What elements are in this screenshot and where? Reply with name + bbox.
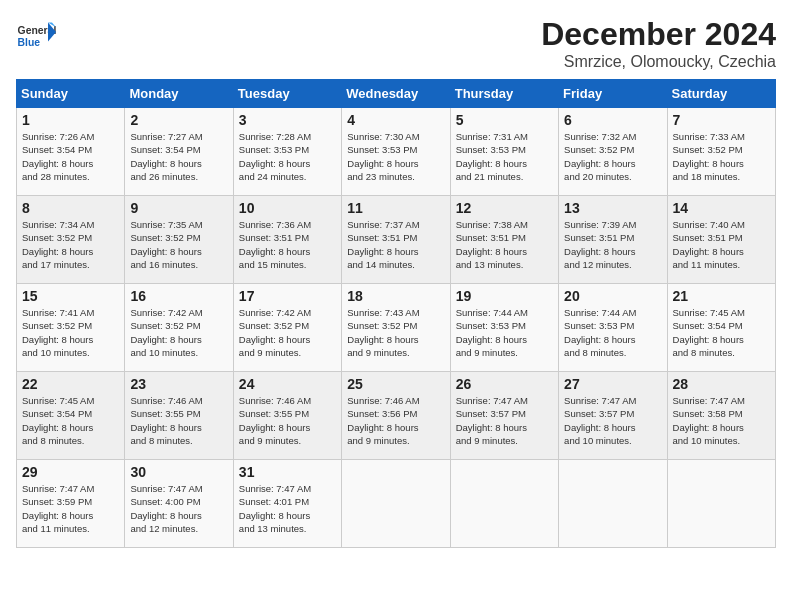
day-cell: 16Sunrise: 7:42 AM Sunset: 3:52 PM Dayli… — [125, 284, 233, 372]
day-number: 9 — [130, 200, 227, 216]
week-row-4: 22Sunrise: 7:45 AM Sunset: 3:54 PM Dayli… — [17, 372, 776, 460]
day-cell: 15Sunrise: 7:41 AM Sunset: 3:52 PM Dayli… — [17, 284, 125, 372]
day-cell: 24Sunrise: 7:46 AM Sunset: 3:55 PM Dayli… — [233, 372, 341, 460]
day-info: Sunrise: 7:30 AM Sunset: 3:53 PM Dayligh… — [347, 130, 444, 183]
day-cell: 4Sunrise: 7:30 AM Sunset: 3:53 PM Daylig… — [342, 108, 450, 196]
day-info: Sunrise: 7:44 AM Sunset: 3:53 PM Dayligh… — [456, 306, 553, 359]
day-number: 26 — [456, 376, 553, 392]
day-info: Sunrise: 7:34 AM Sunset: 3:52 PM Dayligh… — [22, 218, 119, 271]
day-info: Sunrise: 7:47 AM Sunset: 3:59 PM Dayligh… — [22, 482, 119, 535]
day-number: 27 — [564, 376, 661, 392]
header-row: SundayMondayTuesdayWednesdayThursdayFrid… — [17, 80, 776, 108]
day-info: Sunrise: 7:36 AM Sunset: 3:51 PM Dayligh… — [239, 218, 336, 271]
day-number: 7 — [673, 112, 770, 128]
day-info: Sunrise: 7:47 AM Sunset: 4:01 PM Dayligh… — [239, 482, 336, 535]
header-friday: Friday — [559, 80, 667, 108]
day-number: 25 — [347, 376, 444, 392]
day-cell: 7Sunrise: 7:33 AM Sunset: 3:52 PM Daylig… — [667, 108, 775, 196]
day-cell: 17Sunrise: 7:42 AM Sunset: 3:52 PM Dayli… — [233, 284, 341, 372]
day-cell — [559, 460, 667, 548]
day-number: 14 — [673, 200, 770, 216]
day-info: Sunrise: 7:26 AM Sunset: 3:54 PM Dayligh… — [22, 130, 119, 183]
day-info: Sunrise: 7:46 AM Sunset: 3:55 PM Dayligh… — [130, 394, 227, 447]
day-number: 18 — [347, 288, 444, 304]
day-info: Sunrise: 7:42 AM Sunset: 3:52 PM Dayligh… — [239, 306, 336, 359]
week-row-5: 29Sunrise: 7:47 AM Sunset: 3:59 PM Dayli… — [17, 460, 776, 548]
day-cell: 21Sunrise: 7:45 AM Sunset: 3:54 PM Dayli… — [667, 284, 775, 372]
day-cell: 14Sunrise: 7:40 AM Sunset: 3:51 PM Dayli… — [667, 196, 775, 284]
day-number: 1 — [22, 112, 119, 128]
day-info: Sunrise: 7:42 AM Sunset: 3:52 PM Dayligh… — [130, 306, 227, 359]
header-monday: Monday — [125, 80, 233, 108]
day-cell: 18Sunrise: 7:43 AM Sunset: 3:52 PM Dayli… — [342, 284, 450, 372]
day-cell: 22Sunrise: 7:45 AM Sunset: 3:54 PM Dayli… — [17, 372, 125, 460]
day-cell: 23Sunrise: 7:46 AM Sunset: 3:55 PM Dayli… — [125, 372, 233, 460]
day-number: 21 — [673, 288, 770, 304]
week-row-2: 8Sunrise: 7:34 AM Sunset: 3:52 PM Daylig… — [17, 196, 776, 284]
header-wednesday: Wednesday — [342, 80, 450, 108]
day-info: Sunrise: 7:46 AM Sunset: 3:55 PM Dayligh… — [239, 394, 336, 447]
day-number: 3 — [239, 112, 336, 128]
calendar-subtitle: Smrzice, Olomoucky, Czechia — [541, 53, 776, 71]
day-info: Sunrise: 7:44 AM Sunset: 3:53 PM Dayligh… — [564, 306, 661, 359]
day-cell: 6Sunrise: 7:32 AM Sunset: 3:52 PM Daylig… — [559, 108, 667, 196]
title-block: December 2024 Smrzice, Olomoucky, Czechi… — [541, 16, 776, 71]
day-number: 15 — [22, 288, 119, 304]
day-info: Sunrise: 7:27 AM Sunset: 3:54 PM Dayligh… — [130, 130, 227, 183]
day-cell: 2Sunrise: 7:27 AM Sunset: 3:54 PM Daylig… — [125, 108, 233, 196]
day-info: Sunrise: 7:47 AM Sunset: 3:57 PM Dayligh… — [564, 394, 661, 447]
header-sunday: Sunday — [17, 80, 125, 108]
day-cell: 3Sunrise: 7:28 AM Sunset: 3:53 PM Daylig… — [233, 108, 341, 196]
day-info: Sunrise: 7:46 AM Sunset: 3:56 PM Dayligh… — [347, 394, 444, 447]
day-info: Sunrise: 7:35 AM Sunset: 3:52 PM Dayligh… — [130, 218, 227, 271]
day-info: Sunrise: 7:40 AM Sunset: 3:51 PM Dayligh… — [673, 218, 770, 271]
day-info: Sunrise: 7:33 AM Sunset: 3:52 PM Dayligh… — [673, 130, 770, 183]
calendar-header: General Blue December 2024 Smrzice, Olom… — [16, 16, 776, 71]
day-number: 6 — [564, 112, 661, 128]
day-cell: 29Sunrise: 7:47 AM Sunset: 3:59 PM Dayli… — [17, 460, 125, 548]
day-cell: 20Sunrise: 7:44 AM Sunset: 3:53 PM Dayli… — [559, 284, 667, 372]
week-row-3: 15Sunrise: 7:41 AM Sunset: 3:52 PM Dayli… — [17, 284, 776, 372]
day-number: 13 — [564, 200, 661, 216]
day-number: 2 — [130, 112, 227, 128]
logo-icon: General Blue — [16, 16, 56, 56]
logo: General Blue — [16, 16, 60, 56]
day-number: 8 — [22, 200, 119, 216]
day-cell: 28Sunrise: 7:47 AM Sunset: 3:58 PM Dayli… — [667, 372, 775, 460]
day-number: 24 — [239, 376, 336, 392]
day-info: Sunrise: 7:39 AM Sunset: 3:51 PM Dayligh… — [564, 218, 661, 271]
day-number: 23 — [130, 376, 227, 392]
day-cell: 12Sunrise: 7:38 AM Sunset: 3:51 PM Dayli… — [450, 196, 558, 284]
day-info: Sunrise: 7:47 AM Sunset: 3:57 PM Dayligh… — [456, 394, 553, 447]
calendar-table: SundayMondayTuesdayWednesdayThursdayFrid… — [16, 79, 776, 548]
day-cell: 31Sunrise: 7:47 AM Sunset: 4:01 PM Dayli… — [233, 460, 341, 548]
day-info: Sunrise: 7:37 AM Sunset: 3:51 PM Dayligh… — [347, 218, 444, 271]
day-cell: 26Sunrise: 7:47 AM Sunset: 3:57 PM Dayli… — [450, 372, 558, 460]
day-number: 10 — [239, 200, 336, 216]
day-number: 16 — [130, 288, 227, 304]
day-info: Sunrise: 7:28 AM Sunset: 3:53 PM Dayligh… — [239, 130, 336, 183]
day-info: Sunrise: 7:38 AM Sunset: 3:51 PM Dayligh… — [456, 218, 553, 271]
day-number: 31 — [239, 464, 336, 480]
day-number: 4 — [347, 112, 444, 128]
day-number: 22 — [22, 376, 119, 392]
header-tuesday: Tuesday — [233, 80, 341, 108]
day-number: 29 — [22, 464, 119, 480]
day-cell: 13Sunrise: 7:39 AM Sunset: 3:51 PM Dayli… — [559, 196, 667, 284]
day-number: 5 — [456, 112, 553, 128]
day-cell: 10Sunrise: 7:36 AM Sunset: 3:51 PM Dayli… — [233, 196, 341, 284]
day-cell: 25Sunrise: 7:46 AM Sunset: 3:56 PM Dayli… — [342, 372, 450, 460]
day-number: 28 — [673, 376, 770, 392]
day-cell — [450, 460, 558, 548]
day-info: Sunrise: 7:47 AM Sunset: 4:00 PM Dayligh… — [130, 482, 227, 535]
day-number: 17 — [239, 288, 336, 304]
day-cell — [342, 460, 450, 548]
day-info: Sunrise: 7:45 AM Sunset: 3:54 PM Dayligh… — [673, 306, 770, 359]
day-info: Sunrise: 7:31 AM Sunset: 3:53 PM Dayligh… — [456, 130, 553, 183]
calendar-title: December 2024 — [541, 16, 776, 53]
day-info: Sunrise: 7:43 AM Sunset: 3:52 PM Dayligh… — [347, 306, 444, 359]
day-cell: 8Sunrise: 7:34 AM Sunset: 3:52 PM Daylig… — [17, 196, 125, 284]
day-number: 30 — [130, 464, 227, 480]
day-number: 19 — [456, 288, 553, 304]
day-cell: 11Sunrise: 7:37 AM Sunset: 3:51 PM Dayli… — [342, 196, 450, 284]
